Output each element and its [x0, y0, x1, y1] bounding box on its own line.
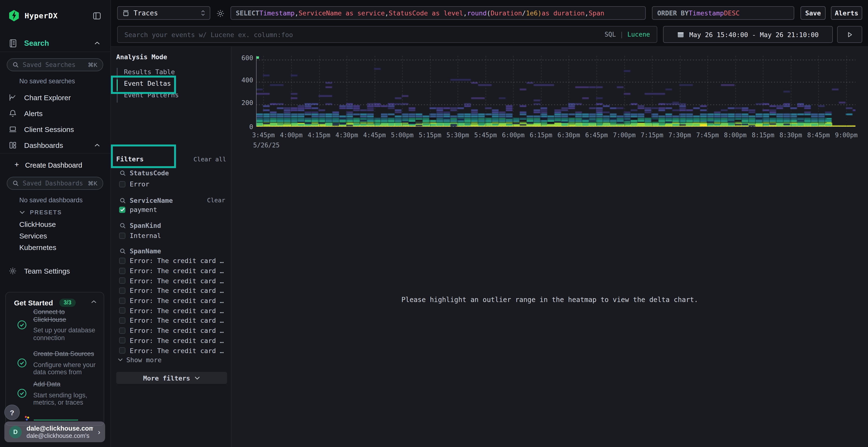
chevron-up-icon[interactable]	[94, 41, 100, 45]
preset-item-kubernetes[interactable]: Kubernetes	[19, 243, 56, 251]
filter-option-spanname[interactable]: Error: The credit card …	[119, 286, 240, 296]
query-token: /	[522, 9, 526, 17]
brand[interactable]: HyperDX	[9, 10, 58, 22]
show-more-button[interactable]: Show more	[118, 356, 161, 364]
more-filters-button[interactable]: More filters	[116, 372, 227, 384]
sidebar-item-alerts[interactable]: Alerts	[0, 106, 111, 121]
query-token: ORDER BY	[657, 9, 689, 17]
source-settings-gear-icon[interactable]	[216, 9, 225, 18]
checkbox-unchecked[interactable]	[119, 287, 125, 294]
check-circle-icon	[18, 389, 27, 398]
chart-icon	[9, 94, 17, 102]
mode-results-table[interactable]: Results Table	[117, 68, 226, 79]
run-query-button[interactable]	[837, 26, 862, 43]
checklist-item[interactable]: Connect to ClickHouse Set up your databa…	[18, 308, 99, 342]
user-menu[interactable]: D dale@clickhouse.com dale@clickhouse.co…	[4, 421, 105, 442]
gear-icon	[9, 267, 17, 275]
language-lucene-option[interactable]: Lucene	[627, 31, 650, 38]
language-sql-option[interactable]: SQL	[604, 31, 616, 38]
clear-all-button[interactable]: Clear all	[194, 156, 226, 163]
divider	[0, 51, 111, 52]
filter-option-label: Error: The credit card …	[130, 317, 224, 324]
filter-option-error[interactable]: Error	[119, 180, 149, 188]
get-started-card: Get Started 3/3 Connect to ClickHouse Se…	[5, 292, 104, 426]
search-icon[interactable]	[120, 222, 126, 229]
create-dashboard-button[interactable]: + Create Dashboard	[0, 159, 111, 171]
search-journal-icon	[9, 38, 18, 48]
filter-option-spanname[interactable]: Error: The credit card …	[119, 266, 240, 276]
query-token: ,	[294, 9, 299, 17]
sidebar-item-chart-explorer[interactable]: Chart Explorer	[0, 91, 111, 105]
filter-option-spanname[interactable]: Error: The credit card …	[119, 315, 240, 325]
preset-item-clickhouse[interactable]: ClickHouse	[19, 220, 56, 228]
checkbox-unchecked[interactable]	[119, 181, 125, 187]
search-icon[interactable]	[120, 197, 126, 204]
main-content: 600 400 200 0 3:45pm4:00pm4:15pm4:30pm4:…	[231, 46, 868, 447]
sidebar-item-dashboards[interactable]: Dashboards	[0, 138, 111, 153]
y-axis-label: 200	[231, 99, 253, 106]
checkbox-unchecked[interactable]	[119, 268, 125, 274]
filter-option-label: payment	[130, 206, 157, 213]
checklist-item[interactable]: Create Data Sources Configure where your…	[18, 350, 99, 376]
checkbox-unchecked[interactable]	[119, 277, 125, 284]
chevron-up-icon[interactable]	[94, 143, 100, 147]
presets-toggle[interactable]: PRESETS	[19, 209, 62, 216]
search-icon[interactable]	[120, 248, 126, 254]
mode-event-patterns[interactable]: Event Patterns	[117, 91, 226, 103]
sql-select-input[interactable]: SELECT Timestamp, ServiceName as service…	[230, 6, 646, 20]
chevron-up-icon[interactable]	[91, 300, 97, 304]
shortcut-badge: ⌘K	[88, 180, 97, 187]
sidebar-item-search[interactable]: Search	[0, 37, 111, 51]
filter-option-payment[interactable]: payment	[119, 205, 157, 214]
event-search-input[interactable]: Search your events w/ Lucene ex. column:…	[117, 26, 657, 43]
checkbox-unchecked[interactable]	[119, 298, 125, 304]
checkbox-unchecked[interactable]	[119, 258, 125, 264]
search-icon[interactable]	[120, 170, 126, 176]
filter-option-spanname[interactable]: Error: The credit card …	[119, 345, 240, 355]
filter-option-spanname[interactable]: Error: The credit card …	[119, 336, 240, 345]
presets-label: PRESETS	[30, 209, 62, 216]
alerts-button[interactable]: Alerts	[831, 6, 862, 20]
duration-heatmap-canvas[interactable]	[256, 56, 856, 127]
y-axis-label: 600	[231, 54, 253, 62]
checkbox-unchecked[interactable]	[119, 337, 125, 344]
brand-name: HyperDX	[25, 11, 58, 20]
checkbox-unchecked[interactable]	[119, 317, 125, 324]
help-button[interactable]: ?	[4, 405, 20, 420]
checkbox-unchecked[interactable]	[119, 347, 125, 353]
x-axis-tick-label: 7:30pm	[664, 132, 695, 139]
order-by-input[interactable]: ORDER BY Timestamp DESC	[652, 6, 794, 20]
checklist-item-partially-hidden	[24, 415, 78, 421]
filter-option-spanname[interactable]: Error: The credit card …	[119, 256, 240, 266]
time-range-picker[interactable]: May 26 15:40:00 - May 26 21:10:00	[663, 26, 833, 43]
mode-event-deltas[interactable]: Event Deltas	[117, 79, 226, 91]
filter-option-spanname[interactable]: Error: The credit card …	[119, 296, 240, 306]
filter-option-spanname[interactable]: Error: The credit card …	[119, 276, 240, 286]
sidebar-item-client-sessions[interactable]: Client Sessions	[0, 122, 111, 137]
checkbox-checked[interactable]	[119, 206, 125, 213]
checkbox-unchecked[interactable]	[119, 308, 125, 314]
save-button[interactable]: Save	[801, 6, 826, 20]
saved-dashboards-input[interactable]: Saved Dashboards ⌘K	[7, 177, 103, 190]
sidebar-collapse-icon[interactable]	[93, 11, 101, 20]
y-axis-label: 0	[231, 123, 253, 131]
filters-title: Filters	[116, 155, 144, 163]
filter-option-internal[interactable]: Internal	[119, 231, 161, 240]
preset-item-services[interactable]: Services	[19, 232, 47, 240]
filter-option-label: Error: The credit card …	[130, 326, 224, 334]
x-axis-tick-label: 6:15pm	[526, 132, 557, 139]
x-axis-tick-label: 7:15pm	[637, 132, 668, 139]
filter-option-spanname[interactable]: Error: The credit card …	[119, 306, 240, 315]
no-saved-dashboards-text: No saved dashboards	[19, 197, 83, 204]
checklist-item[interactable]: Add Data Start sending logs, metrics, or…	[18, 381, 99, 406]
check-circle-icon	[18, 358, 27, 368]
filter-option-label: Error: The credit card …	[130, 337, 224, 344]
checkbox-unchecked[interactable]	[119, 327, 125, 334]
filter-option-spanname[interactable]: Error: The credit card …	[119, 325, 240, 336]
clear-servicename-button[interactable]: Clear	[207, 197, 225, 204]
filter-option-label: Error: The credit card …	[130, 267, 224, 275]
saved-searches-input[interactable]: Saved Searches ⌘K	[7, 58, 103, 71]
checkbox-unchecked[interactable]	[119, 232, 125, 239]
source-select[interactable]: Traces	[117, 6, 210, 20]
sidebar-item-team-settings[interactable]: Team Settings	[0, 264, 111, 278]
